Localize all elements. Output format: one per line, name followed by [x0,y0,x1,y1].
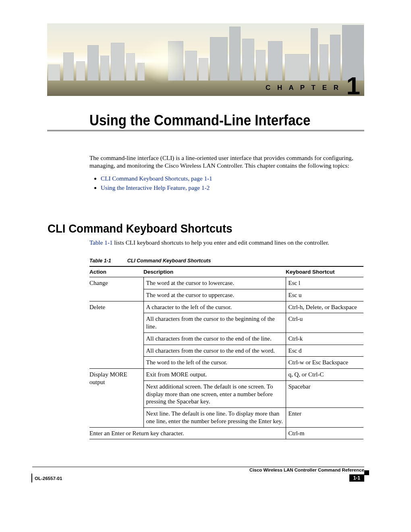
cell-description: The word at the cursor to lowercase. [143,277,286,289]
cell-description: All characters from the cursor to the en… [143,345,286,357]
cell-shortcut: Spacebar [286,380,363,407]
cell-shortcut: Ctrl-k [286,332,363,345]
header-description: Description [143,266,286,277]
cell-action: Display MORE output [89,369,143,428]
table-row: Delete A character to the left of the cu… [89,301,363,313]
cell-shortcut: Ctrl-w or Esc Backspace [286,357,363,369]
cell-description: All characters from the cursor to the be… [143,313,286,333]
footer-divider [32,467,364,467]
table-row: Enter an Enter or Return key character. … [89,427,363,439]
footer-doc-number: OL-26557-01 [35,476,62,481]
cell-description: The word to the left of the cursor. [143,357,286,369]
chapter-banner: C H A P T E R 1 [47,23,364,96]
cell-description: Next line. The default is one line. To d… [143,408,286,428]
title-divider [47,130,364,131]
table-title: CLI Command Keyboard Shortcuts [127,258,211,264]
intro-block: The command-line interface (CLI) is a li… [89,154,363,193]
topic-list: CLI Command Keyboard Shortcuts, page 1-1… [89,175,363,192]
cell-shortcut: Ctrl-h, Delete, or Backspace [286,301,363,313]
cell-shortcut: Esc u [286,289,363,301]
cell-action: Change [89,277,143,301]
section-heading: CLI Command Keyboard Shortcuts [48,222,232,235]
chapter-label: C H A P T E R [266,84,341,92]
shortcuts-table: Action Description Keyboard Shortcut Cha… [89,266,363,439]
cell-description: The word at the cursor to uppercase. [143,289,286,301]
table-header-row: Action Description Keyboard Shortcut [89,266,363,277]
page-number: 1-1 [349,474,364,482]
toc-link-help-feature[interactable]: Using the Interactive Help Feature, page… [101,184,210,191]
table-ref-link[interactable]: Table 1-1 [89,239,113,246]
cell-shortcut: q, Q, or Ctrl-C [286,369,363,381]
cell-shortcut: Esc d [286,345,363,357]
cell-shortcut: Enter [286,408,363,428]
cell-action: Delete [89,301,143,369]
table-caption: Table 1-1CLI Command Keyboard Shortcuts [89,258,211,264]
intro-paragraph: The command-line interface (CLI) is a li… [89,154,363,170]
section-intro-text: lists CLI keyboard shortcuts to help you… [113,239,329,246]
cell-action: Enter an Enter or Return key character. [89,427,286,439]
table-row: Display MORE output Exit from MORE outpu… [89,369,363,381]
cell-shortcut: Ctrl-u [286,313,363,333]
cell-shortcut: Ctrl-m [286,427,363,439]
footer-square-icon [364,470,369,475]
page-title: Using the Command-Line Interface [89,112,310,129]
toc-link-shortcuts[interactable]: CLI Command Keyboard Shortcuts, page 1-1 [101,175,212,182]
cell-description: Exit from MORE output. [143,369,286,381]
cell-description: All characters from the cursor to the en… [143,332,286,345]
table-number: Table 1-1 [89,258,111,264]
header-shortcut: Keyboard Shortcut [286,266,363,277]
header-action: Action [89,266,143,277]
cell-description: A character to the left of the cursor. [143,301,286,313]
footer-book-title: Cisco Wireless LAN Controller Command Re… [249,468,364,472]
cell-shortcut: Esc l [286,277,363,289]
chapter-number: 1 [347,73,360,96]
table-row: Change The word at the cursor to lowerca… [89,277,363,289]
skyline-graphic [47,40,364,81]
section-intro: Table 1-1 lists CLI keyboard shortcuts t… [89,239,363,246]
cell-description: Next additional screen. The default is o… [143,380,286,407]
